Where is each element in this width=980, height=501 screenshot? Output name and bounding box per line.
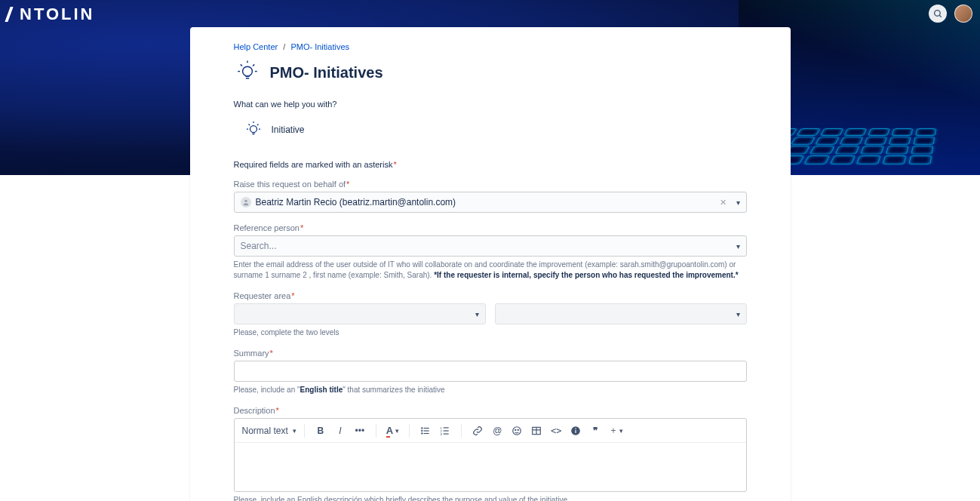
clear-icon[interactable]: ✕: [720, 198, 727, 207]
bold-button[interactable]: B: [312, 423, 329, 439]
link-icon: [472, 426, 483, 436]
description-label: Description*: [234, 406, 747, 415]
raise-label: Raise this request on behalf of*: [234, 180, 747, 189]
chevron-down-icon: ▾: [293, 427, 296, 435]
text-color-button[interactable]: A▾: [384, 423, 401, 439]
breadcrumb: Help Center / PMO- Initiatives: [234, 42, 747, 51]
code-button[interactable]: <>: [548, 423, 564, 439]
breadcrumb-separator: /: [283, 42, 285, 51]
svg-point-2: [242, 66, 252, 76]
svg-point-27: [513, 426, 521, 435]
reference-person-select[interactable]: Search... ▾: [234, 235, 747, 257]
form-card: Help Center / PMO- Initiatives PMO- Init…: [190, 27, 791, 501]
bullet-list-icon: [420, 426, 431, 436]
description-editor: Normal text ▾ B I ••• A▾ 123: [234, 418, 747, 492]
page-title: PMO- Initiatives: [270, 64, 383, 81]
svg-line-1: [939, 15, 942, 17]
search-button[interactable]: [929, 5, 947, 23]
bullet-list-button[interactable]: [417, 423, 434, 439]
reference-placeholder: Search...: [241, 241, 277, 251]
editor-toolbar: Normal text ▾ B I ••• A▾ 123: [235, 419, 746, 443]
info-panel-button[interactable]: [567, 423, 584, 439]
italic-button[interactable]: I: [332, 423, 349, 439]
emoji-icon: [512, 426, 522, 436]
svg-rect-20: [424, 432, 429, 433]
svg-rect-16: [424, 427, 429, 428]
request-type-label: Initiative: [272, 124, 305, 135]
svg-line-13: [248, 124, 250, 126]
brand-logo[interactable]: NTOLIN: [6, 5, 94, 24]
svg-line-12: [257, 124, 259, 126]
insert-more-button[interactable]: ＋▾: [607, 423, 625, 439]
svg-point-14: [244, 200, 247, 202]
table-icon: [531, 426, 542, 436]
svg-point-8: [250, 126, 257, 133]
svg-point-15: [421, 427, 422, 429]
summary-helper: Please, include an "English title" that …: [234, 385, 747, 395]
numbered-list-icon: 123: [440, 426, 450, 436]
svg-point-29: [518, 429, 518, 430]
reference-helper: Enter the email address of the user outs…: [234, 260, 747, 281]
svg-rect-24: [444, 430, 449, 431]
quote-button[interactable]: ❞: [587, 423, 604, 439]
raise-value: Beatriz Martin Recio (beatriz.martin@ant…: [256, 197, 456, 207]
lightbulb-icon: [234, 59, 261, 86]
chevron-down-icon: ▾: [475, 310, 479, 318]
svg-point-17: [421, 429, 422, 431]
description-helper: Please, include an English descripción w…: [234, 495, 747, 501]
svg-point-19: [421, 432, 422, 434]
svg-rect-22: [444, 427, 449, 428]
mention-button[interactable]: @: [489, 423, 505, 439]
svg-rect-18: [424, 430, 429, 431]
svg-point-35: [575, 428, 576, 429]
info-icon: [570, 426, 581, 436]
svg-rect-34: [576, 429, 576, 432]
svg-point-28: [515, 429, 516, 430]
numbered-list-button[interactable]: 123: [437, 423, 453, 439]
request-type-selected[interactable]: Initiative: [234, 121, 747, 139]
description-textarea[interactable]: [235, 443, 746, 491]
reference-label: Reference person*: [234, 223, 747, 232]
summary-label: Summary*: [234, 349, 747, 358]
breadcrumb-home[interactable]: Help Center: [234, 42, 278, 51]
chevron-down-icon: ▾: [736, 198, 740, 207]
chevron-down-icon: ▾: [736, 310, 740, 318]
svg-line-6: [253, 64, 254, 66]
required-note: Required fields are marked with an aster…: [234, 160, 747, 169]
help-prompt: What can we help you with?: [234, 100, 747, 109]
requester-area-level2[interactable]: ▾: [495, 303, 747, 324]
more-formatting-button[interactable]: •••: [352, 423, 368, 439]
lightbulb-icon: [244, 121, 263, 139]
raise-on-behalf-select[interactable]: Beatriz Martin Recio (beatriz.martin@ant…: [234, 192, 747, 213]
requester-area-level1[interactable]: ▾: [234, 303, 486, 324]
link-button[interactable]: [469, 423, 486, 439]
svg-text:3: 3: [441, 432, 443, 435]
brand-text: NTOLIN: [20, 5, 94, 24]
svg-point-0: [934, 10, 940, 16]
table-button[interactable]: [528, 423, 545, 439]
logo-slash-icon: [6, 7, 18, 22]
chevron-down-icon: ▾: [736, 242, 740, 250]
person-icon: [241, 197, 251, 207]
emoji-button[interactable]: [508, 423, 525, 439]
breadcrumb-current: PMO- Initiatives: [290, 42, 349, 51]
requester-area-label: Requester area*: [234, 291, 747, 300]
search-icon: [933, 9, 943, 19]
svg-rect-26: [444, 433, 449, 434]
requester-area-helper: Please, complete the two levels: [234, 327, 747, 338]
text-style-dropdown[interactable]: Normal text ▾: [242, 426, 296, 436]
user-avatar[interactable]: [954, 5, 972, 23]
summary-input[interactable]: [234, 361, 747, 382]
svg-line-7: [240, 64, 241, 66]
